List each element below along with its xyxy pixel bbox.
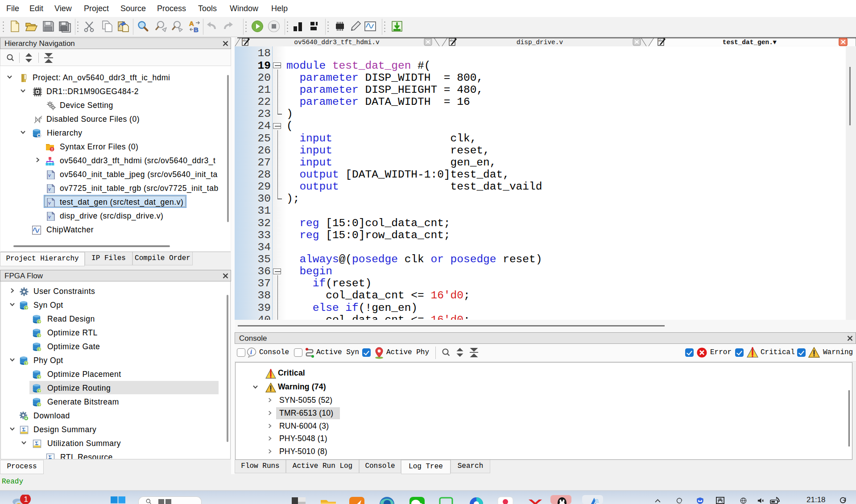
svg-text:disp_drive.v: disp_drive.v <box>517 39 563 46</box>
svg-text:1: 1 <box>24 495 28 504</box>
svg-text:ov5640_ddr3_tft_hdmi.v: ov5640_ddr3_tft_hdmi.v <box>294 39 380 46</box>
svg-text:z: z <box>845 497 847 500</box>
svg-text:B: B <box>194 26 198 33</box>
svg-text:i: i <box>250 349 252 355</box>
svg-text:test_dat_gen.▾: test_dat_gen.▾ <box>723 39 777 46</box>
